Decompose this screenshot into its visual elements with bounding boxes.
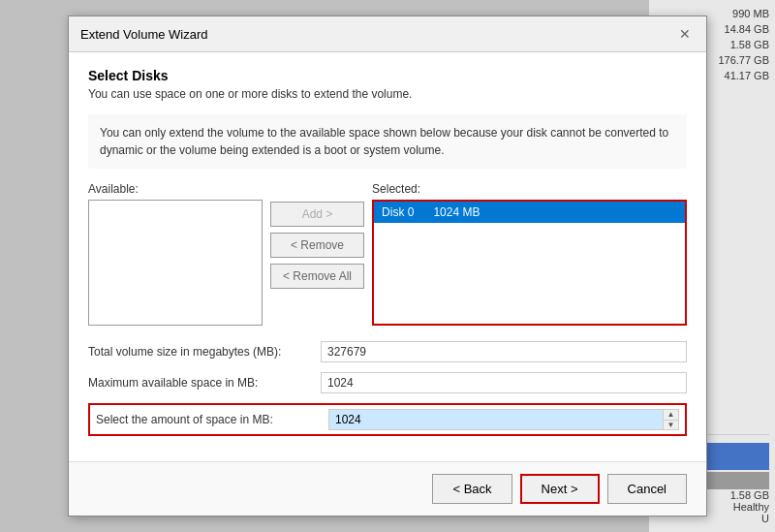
total-volume-row: Total volume size in megabytes (MB): xyxy=(88,341,687,362)
wizard-footer: < Back Next > Cancel xyxy=(69,461,706,516)
disk-selection-area: Available: Add > < Remove < Remove All S… xyxy=(88,182,687,326)
cancel-button[interactable]: Cancel xyxy=(607,474,687,504)
window-title: Extend Volume Wizard xyxy=(80,27,208,42)
wizard-window: Extend Volume Wizard ✕ Select Disks You … xyxy=(68,16,707,516)
available-column: Available: xyxy=(88,182,263,326)
max-space-label: Maximum available space in MB: xyxy=(88,376,321,390)
spin-up-button[interactable]: ▲ xyxy=(664,410,678,421)
section-subtitle: You can use space on one or more disks t… xyxy=(88,87,687,101)
transfer-buttons: Add > < Remove < Remove All xyxy=(270,182,364,289)
available-list[interactable] xyxy=(88,200,263,326)
total-volume-label: Total volume size in megabytes (MB): xyxy=(88,345,321,359)
space-spinbox[interactable]: ▲ ▼ xyxy=(328,409,679,430)
selected-item[interactable]: Disk 0 1024 MB xyxy=(374,202,685,223)
select-space-row: Select the amount of space in MB: ▲ ▼ xyxy=(88,403,687,436)
max-space-row: Maximum available space in MB: xyxy=(88,372,687,393)
selected-column: Selected: Disk 0 1024 MB xyxy=(372,182,687,326)
spin-down-button[interactable]: ▼ xyxy=(664,421,678,430)
total-volume-value[interactable] xyxy=(321,341,687,362)
spin-arrows: ▲ ▼ xyxy=(663,410,678,429)
selected-list[interactable]: Disk 0 1024 MB xyxy=(372,200,687,326)
section-title: Select Disks xyxy=(88,68,687,83)
selected-disk-name: Disk 0 xyxy=(382,205,414,219)
selected-label: Selected: xyxy=(372,182,687,196)
select-space-label: Select the amount of space in MB: xyxy=(96,413,328,426)
selected-disk-size: 1024 MB xyxy=(433,205,480,219)
wizard-body: Select Disks You can use space on one or… xyxy=(69,52,706,461)
remove-all-button[interactable]: < Remove All xyxy=(270,264,364,289)
space-input[interactable] xyxy=(329,410,663,429)
remove-button[interactable]: < Remove xyxy=(270,233,364,258)
back-button[interactable]: < Back xyxy=(432,474,512,504)
info-message: You can only extend the volume to the av… xyxy=(88,114,687,169)
close-button[interactable]: ✕ xyxy=(675,24,695,44)
title-bar: Extend Volume Wizard ✕ xyxy=(69,16,706,52)
available-label: Available: xyxy=(88,182,263,196)
add-button[interactable]: Add > xyxy=(270,202,364,227)
next-button[interactable]: Next > xyxy=(520,474,600,504)
max-space-value[interactable] xyxy=(321,372,687,393)
